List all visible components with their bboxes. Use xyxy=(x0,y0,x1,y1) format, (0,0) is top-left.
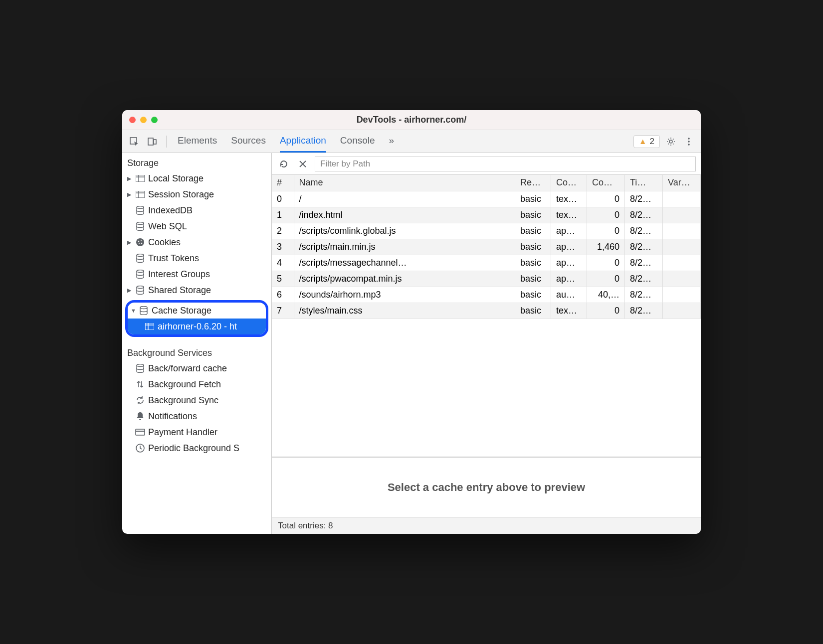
table-row[interactable]: 3/scripts/main.min.jsbasicap…1,4608/2… xyxy=(272,239,701,255)
cell-content-type: tex… xyxy=(551,207,587,223)
svg-point-17 xyxy=(141,240,142,241)
cell-response: basic xyxy=(515,303,551,319)
footer-bar: Total entries: 8 xyxy=(272,517,701,534)
caret-icon: ▶ xyxy=(127,287,132,294)
svg-point-21 xyxy=(137,270,144,273)
sidebar-item-bfcache[interactable]: Back/forward cache xyxy=(122,360,271,376)
device-toolbar-icon[interactable] xyxy=(145,135,159,149)
cell-vary xyxy=(663,239,701,255)
sidebar-item-label: Background Sync xyxy=(148,395,218,406)
zoom-window-button[interactable] xyxy=(151,117,158,123)
inspect-element-icon[interactable] xyxy=(127,135,141,149)
cell-time: 8/2… xyxy=(625,255,663,271)
cell-vary xyxy=(663,207,701,223)
tab-console[interactable]: Console xyxy=(340,130,375,153)
issues-count: 2 xyxy=(650,137,654,147)
cell-time: 8/2… xyxy=(625,239,663,255)
table-row[interactable]: 1/index.htmlbasictex…08/2… xyxy=(272,207,701,223)
sidebar-item-websql[interactable]: Web SQL xyxy=(122,218,271,234)
svg-rect-7 xyxy=(136,175,145,182)
cell-vary xyxy=(663,255,701,271)
sidebar-item-periodic-sync[interactable]: Periodic Background S xyxy=(122,440,271,456)
table-row[interactable]: 6/sounds/airhorn.mp3basicau…40,…8/2… xyxy=(272,287,701,303)
cell-content-type: au… xyxy=(551,287,587,303)
cell-idx: 5 xyxy=(272,271,294,287)
sidebar-item-label: Interest Groups xyxy=(148,269,210,280)
col-response[interactable]: Re… xyxy=(515,175,551,191)
sidebar-item-trust-tokens[interactable]: Trust Tokens xyxy=(122,250,271,266)
sidebar-item-cookies[interactable]: ▶ Cookies xyxy=(122,234,271,250)
close-window-button[interactable] xyxy=(129,117,136,123)
col-time[interactable]: Ti… xyxy=(625,175,663,191)
settings-icon[interactable] xyxy=(664,135,678,149)
sidebar-item-label: Back/forward cache xyxy=(148,363,227,374)
cell-time: 8/2… xyxy=(625,287,663,303)
tab-application[interactable]: Application xyxy=(280,130,326,153)
col-content-type[interactable]: Co… xyxy=(551,175,587,191)
more-menu-icon[interactable] xyxy=(682,135,696,149)
minimize-window-button[interactable] xyxy=(140,117,147,123)
content-toolbar xyxy=(272,153,701,175)
cell-content-length: 0 xyxy=(587,303,625,319)
sidebar-item-bg-fetch[interactable]: Background Fetch xyxy=(122,376,271,392)
table-icon xyxy=(135,175,145,182)
col-index[interactable]: # xyxy=(272,175,294,191)
caret-icon: ▶ xyxy=(127,191,132,198)
cell-content-length: 0 xyxy=(587,191,625,207)
cell-idx: 7 xyxy=(272,303,294,319)
sidebar-item-payment-handler[interactable]: Payment Handler xyxy=(122,424,271,440)
cell-name: /scripts/comlink.global.js xyxy=(294,223,515,239)
main-area: Storage ▶ Local Storage ▶ Session Storag… xyxy=(122,153,701,534)
table-row[interactable]: 7/styles/main.cssbasictex…08/2… xyxy=(272,303,701,319)
cell-content-type: ap… xyxy=(551,239,587,255)
tab-more[interactable]: » xyxy=(389,130,395,153)
filter-input[interactable] xyxy=(315,157,696,171)
cell-idx: 4 xyxy=(272,255,294,271)
sidebar-item-indexeddb[interactable]: IndexedDB xyxy=(122,202,271,218)
clock-icon xyxy=(135,444,145,453)
sidebar-item-shared-storage[interactable]: ▶ Shared Storage xyxy=(122,282,271,298)
cell-name: /scripts/pwacompat.min.js xyxy=(294,271,515,287)
clear-icon[interactable] xyxy=(296,157,310,171)
cell-vary xyxy=(663,223,701,239)
table-row[interactable]: 5/scripts/pwacompat.min.jsbasicap…08/2… xyxy=(272,271,701,287)
sidebar-item-interest-groups[interactable]: Interest Groups xyxy=(122,266,271,282)
sidebar-item-cache-storage[interactable]: ▼ Cache Storage xyxy=(128,303,266,319)
svg-point-5 xyxy=(688,141,690,143)
sidebar-item-notifications[interactable]: Notifications xyxy=(122,408,271,424)
cell-response: basic xyxy=(515,271,551,287)
table-row[interactable]: 2/scripts/comlink.global.jsbasicap…08/2… xyxy=(272,223,701,239)
cell-response: basic xyxy=(515,223,551,239)
cell-content-length: 0 xyxy=(587,271,625,287)
col-vary[interactable]: Var… xyxy=(663,175,701,191)
table-icon xyxy=(135,191,145,198)
database-icon xyxy=(135,270,145,279)
tab-elements[interactable]: Elements xyxy=(178,130,217,153)
sidebar-item-session-storage[interactable]: ▶ Session Storage xyxy=(122,186,271,202)
sidebar-item-bg-sync[interactable]: Background Sync xyxy=(122,392,271,408)
svg-rect-24 xyxy=(145,323,154,330)
col-name[interactable]: Name xyxy=(294,175,515,191)
cell-content-type: ap… xyxy=(551,223,587,239)
refresh-icon[interactable] xyxy=(277,157,291,171)
cookie-icon xyxy=(135,238,145,247)
window-title: DevTools - airhorner.com/ xyxy=(122,115,701,125)
sidebar-item-label: Periodic Background S xyxy=(148,443,239,454)
cell-time: 8/2… xyxy=(625,191,663,207)
sidebar-item-cache-entry[interactable]: airhorner-0.6.20 - ht xyxy=(128,319,266,334)
cell-content-length: 0 xyxy=(587,223,625,239)
svg-rect-10 xyxy=(136,191,145,198)
sidebar-item-label: Notifications xyxy=(148,411,197,422)
devtools-window: DevTools - airhorner.com/ Elements Sourc… xyxy=(122,110,701,534)
sidebar-item-local-storage[interactable]: ▶ Local Storage xyxy=(122,170,271,186)
col-content-length[interactable]: Co… xyxy=(587,175,625,191)
issues-badge[interactable]: ▲ 2 xyxy=(633,135,660,148)
svg-point-19 xyxy=(139,243,140,244)
cell-idx: 2 xyxy=(272,223,294,239)
tab-sources[interactable]: Sources xyxy=(231,130,266,153)
table-row[interactable]: 0/basictex…08/2… xyxy=(272,191,701,207)
cell-content-type: ap… xyxy=(551,255,587,271)
cell-name: / xyxy=(294,191,515,207)
table-row[interactable]: 4/scripts/messagechannel…basicap…08/2… xyxy=(272,255,701,271)
cell-content-type: tex… xyxy=(551,303,587,319)
